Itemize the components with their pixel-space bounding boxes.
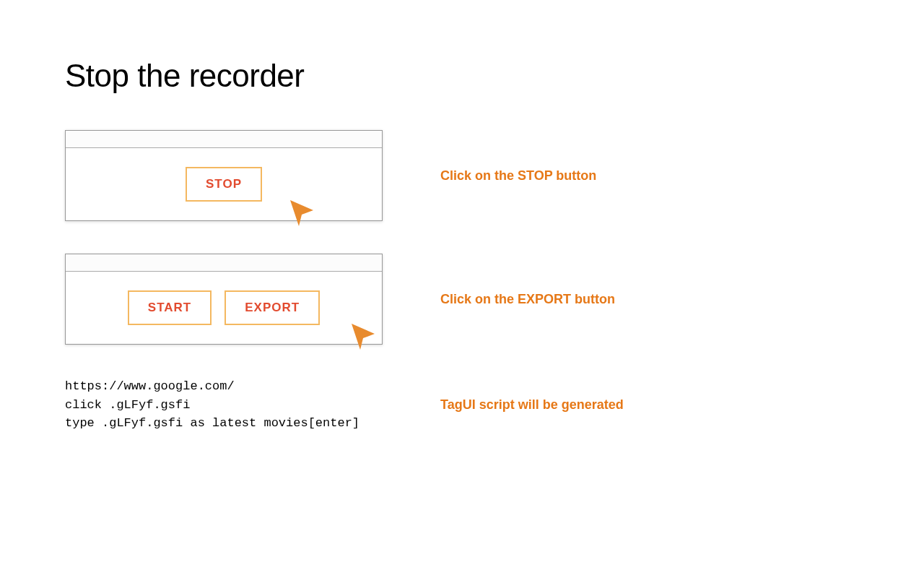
cursor-pointer-icon <box>289 199 315 228</box>
caption-export: Click on the EXPORT button <box>440 292 859 307</box>
caption-script: TagUI script will be generated <box>440 397 859 413</box>
caption-col-export: Click on the EXPORT button <box>411 292 859 307</box>
panel-export-wrapper: START EXPORT <box>65 254 411 345</box>
caption-stop: Click on the STOP button <box>440 168 859 184</box>
export-button[interactable]: EXPORT <box>225 290 320 325</box>
step-row-stop: STOP Click on the STOP button <box>65 130 859 221</box>
panel-stop-wrapper: STOP <box>65 130 411 221</box>
panel-body: STOP <box>66 148 382 220</box>
panel-header <box>66 254 382 272</box>
start-button[interactable]: START <box>128 290 212 325</box>
panel-body: START EXPORT <box>66 272 382 344</box>
script-output: https://www.google.com/ click .gLFyf.gsf… <box>65 377 411 433</box>
stop-button[interactable]: STOP <box>186 167 262 202</box>
cursor-pointer-icon <box>350 322 376 351</box>
script-line: https://www.google.com/ <box>65 379 235 393</box>
step-row-script: https://www.google.com/ click .gLFyf.gsf… <box>65 377 859 433</box>
caption-col-script: TagUI script will be generated <box>411 397 859 413</box>
script-output-wrapper: https://www.google.com/ click .gLFyf.gsf… <box>65 377 411 433</box>
recorder-panel-stop: STOP <box>65 130 383 221</box>
caption-col-stop: Click on the STOP button <box>411 168 859 184</box>
recorder-panel-export: START EXPORT <box>65 254 383 345</box>
page-title: Stop the recorder <box>65 58 859 94</box>
script-line: type .gLFyf.gsfi as latest movies[enter] <box>65 416 359 430</box>
panel-header <box>66 131 382 148</box>
script-line: click .gLFyf.gsfi <box>65 398 190 412</box>
step-row-export: START EXPORT Click on the EXPORT button <box>65 254 859 345</box>
